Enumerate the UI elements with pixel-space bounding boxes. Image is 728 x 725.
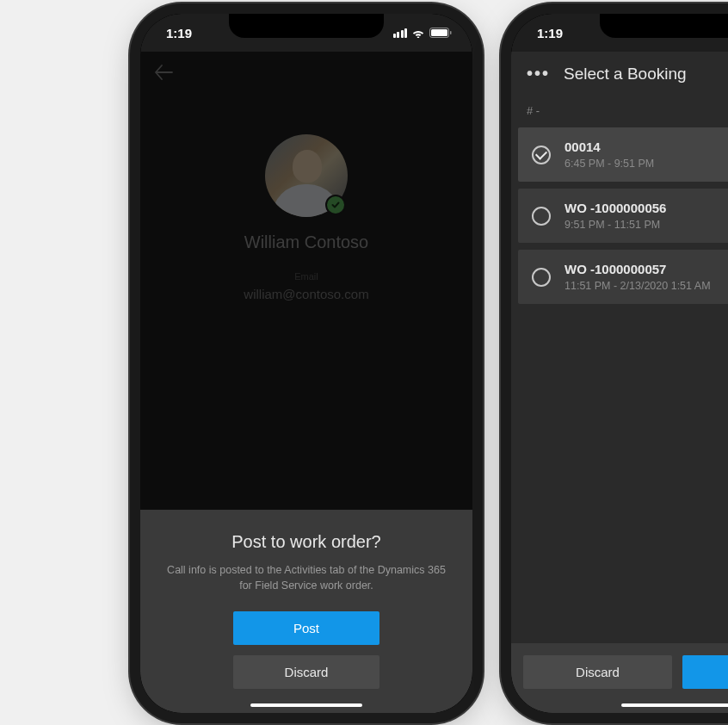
action-sheet: Post to work order? Call info is posted … (140, 510, 472, 714)
page-header: ••• Select a Booking (511, 52, 728, 96)
confirm-button[interactable] (682, 655, 728, 689)
svg-rect-1 (431, 29, 447, 36)
footer-actions: Discard (511, 643, 728, 713)
phone-frame-right: 1:19 ••• Select a Booking # - (511, 14, 728, 713)
screen: 1:19 (140, 14, 472, 713)
battery-icon (429, 28, 452, 38)
booking-time: 6:45 PM - 9:51 PM (565, 158, 728, 170)
profile-email: william@contoso.com (140, 287, 472, 301)
status-icons (393, 28, 453, 38)
post-button[interactable]: Post (233, 611, 379, 645)
booking-time: 11:51 PM - 2/13/2020 1:51 AM (565, 280, 728, 292)
home-indicator[interactable] (621, 703, 728, 707)
booking-time: 9:51 PM - 11:51 PM (565, 219, 728, 231)
signal-icon (393, 28, 408, 38)
booking-title: WO -1000000057 (565, 262, 728, 276)
booking-title: WO -1000000056 (565, 201, 728, 215)
discard-button[interactable]: Discard (523, 655, 672, 689)
notch (229, 14, 384, 38)
svg-rect-2 (450, 31, 452, 34)
radio-unchecked-icon[interactable] (532, 268, 551, 287)
presence-check-icon (325, 195, 346, 215)
back-button[interactable] (154, 64, 173, 84)
home-indicator[interactable] (250, 703, 362, 707)
booking-list: 00014 6:45 PM - 9:51 PM WO -1000000056 9… (511, 127, 728, 304)
profile-area: William Contoso Email william@contoso.co… (140, 134, 472, 301)
booking-title: 00014 (565, 139, 728, 154)
wifi-icon (411, 28, 425, 38)
phone-frame-left: 1:19 (140, 14, 472, 713)
booking-item[interactable]: WO -1000000056 9:51 PM - 11:51 PM (518, 189, 728, 243)
profile-name: William Contoso (140, 232, 472, 252)
booking-item[interactable]: 00014 6:45 PM - 9:51 PM (518, 127, 728, 182)
radio-checked-icon[interactable] (532, 146, 551, 164)
radio-unchecked-icon[interactable] (532, 207, 551, 226)
avatar-wrap (265, 134, 348, 217)
page-title: Select a Booking (564, 65, 687, 84)
more-icon[interactable]: ••• (527, 64, 550, 84)
booking-item[interactable]: WO -1000000057 11:51 PM - 2/13/2020 1:51… (518, 250, 728, 304)
section-label: # - (511, 96, 728, 127)
sheet-title: Post to work order? (157, 532, 455, 552)
notch (600, 14, 728, 38)
email-label: Email (140, 271, 472, 282)
screen: 1:19 ••• Select a Booking # - (511, 14, 728, 713)
discard-button[interactable]: Discard (233, 655, 379, 689)
sheet-description: Call info is posted to the Activities ta… (157, 562, 455, 595)
